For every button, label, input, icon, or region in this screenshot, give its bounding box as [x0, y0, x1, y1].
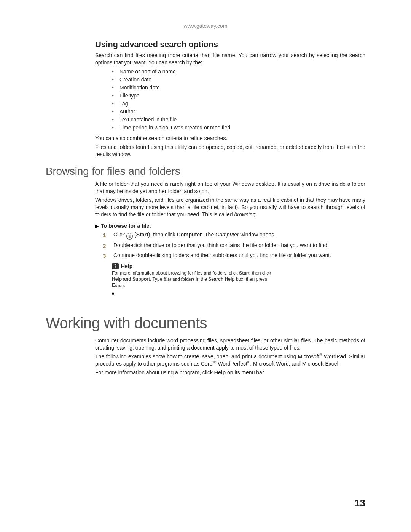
procedure-heading: ▶To browse for a file:: [95, 223, 365, 229]
text-bold: Help and Support: [112, 276, 150, 282]
list-item: Time period in which it was created or m…: [110, 124, 365, 132]
text-bold: Help: [214, 369, 226, 375]
step-item: Double-click the drive or folder that yo…: [103, 242, 365, 249]
section-body: Computer documents include word processi…: [95, 337, 365, 376]
text-run: The following examples show how to creat…: [95, 353, 319, 359]
text-run: box, then press: [235, 276, 267, 282]
text-bold: Computer: [177, 232, 202, 238]
text-run: For more information about using a progr…: [95, 369, 214, 375]
text-run: on its menu bar.: [226, 369, 265, 375]
text-bold: Start: [136, 232, 148, 238]
list-item: Name or part of a name: [110, 68, 365, 76]
triangle-icon: ▶: [95, 224, 99, 229]
paragraph: You can also combine search criteria to …: [95, 135, 365, 142]
page-number: 13: [354, 497, 365, 509]
text-italic: browsing: [234, 211, 256, 217]
end-of-procedure-icon: ■: [112, 291, 365, 296]
list-item: Tag: [110, 100, 365, 108]
section-body: A file or folder that you need is rarely…: [95, 181, 365, 296]
heading-advanced-search: Using advanced search options: [95, 40, 365, 50]
paragraph: For more information about using a progr…: [95, 369, 365, 376]
list-item: Creation date: [110, 76, 365, 84]
step-item: Continue double-clicking folders and the…: [103, 252, 365, 259]
text-run: For more information about browsing for …: [112, 270, 239, 276]
list-item: Author: [110, 108, 365, 116]
intro-paragraph: Search can find files meeting more crite…: [95, 52, 365, 66]
paragraph: The following examples show how to creat…: [95, 353, 365, 367]
document-page: www.gateway.com Using advanced search op…: [0, 0, 411, 532]
text-run: in the: [194, 276, 208, 282]
help-title-text: Help: [121, 263, 132, 269]
paragraph: Files and folders found using this utili…: [95, 144, 365, 158]
text-run: WordPerfect: [217, 361, 247, 367]
text-bold-serif: files and folders: [164, 276, 194, 282]
text-run: .: [124, 283, 125, 288]
text-run: Windows drives, folders, and files are o…: [95, 197, 365, 217]
text-run: . The: [202, 232, 216, 238]
text-bold: Start: [239, 270, 249, 276]
section-body: Search can find files meeting more crite…: [95, 52, 365, 158]
windows-start-icon: [126, 233, 133, 240]
text-run: Click: [113, 232, 126, 238]
text-run: window opens.: [239, 232, 276, 238]
text-run: . Type: [150, 276, 164, 282]
step-item: Click (Start), then click Computer. The …: [103, 231, 365, 240]
procedure-steps: Click (Start), then click Computer. The …: [103, 231, 365, 259]
text-bold: Search Help: [208, 276, 234, 282]
paragraph: Windows drives, folders, and files are o…: [95, 197, 365, 218]
procedure-title: To browse for a file:: [101, 223, 151, 229]
paragraph: Computer documents include word processi…: [95, 337, 365, 351]
text-run: ), then click: [148, 232, 177, 238]
question-icon: ?: [112, 263, 119, 269]
paragraph: A file or folder that you need is rarely…: [95, 181, 365, 195]
text-run: , then click: [250, 270, 271, 276]
heading-browsing: Browsing for files and folders: [46, 165, 365, 177]
registered-symbol: ®: [213, 360, 216, 364]
help-title-row: ? Help: [112, 263, 279, 269]
help-body: For more information about browsing for …: [112, 270, 279, 289]
registered-symbol: ®: [319, 353, 322, 357]
text-run: .: [256, 211, 257, 217]
text-smallcaps: Enter: [112, 283, 124, 288]
search-criteria-list: Name or part of a name Creation date Mod…: [110, 68, 365, 132]
text-italic: Computer: [215, 232, 239, 238]
list-item: Modification date: [110, 84, 365, 92]
header-url: www.gateway.com: [46, 23, 365, 29]
list-item: File type: [110, 92, 365, 100]
list-item: Text contained in the file: [110, 116, 365, 124]
text-run: , Microsoft Word, and Microsoft Excel.: [250, 361, 339, 367]
heading-working-documents: Working with documents: [46, 315, 365, 332]
help-callout: ? Help For more information about browsi…: [112, 263, 279, 289]
text-run: (: [133, 232, 136, 238]
